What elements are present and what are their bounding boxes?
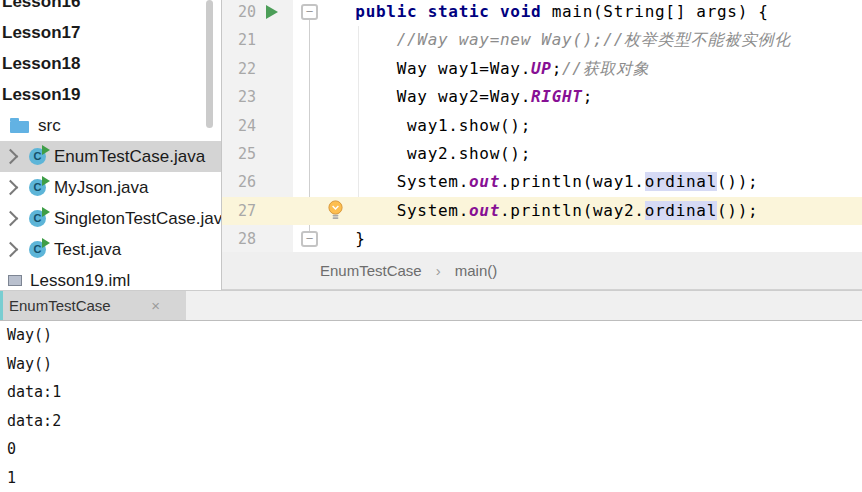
run-gutter-icon[interactable]	[266, 5, 278, 19]
project-tree-panel: Lesson16Lesson17Lesson18Lesson19srcCEnum…	[0, 0, 221, 290]
ide-window: Lesson16Lesson17Lesson18Lesson19srcCEnum…	[0, 0, 862, 492]
fold-marker-icon[interactable]: −	[301, 4, 318, 20]
code-text[interactable]: System.out.println(way1.ordinal());	[314, 168, 758, 196]
tree-scrollbar-thumb[interactable]	[206, 0, 213, 128]
chevron-expand-icon[interactable]	[3, 149, 19, 165]
tree-item-lesson19-iml[interactable]: Lesson19.iml	[0, 265, 221, 290]
code-line-24[interactable]: 24 way1.show();	[222, 112, 862, 140]
tree-item-myjson-java[interactable]: CMyJson.java	[0, 172, 221, 203]
code-line-22[interactable]: 22 Way way1=Way.UP;//获取对象	[222, 55, 862, 83]
tree-item-label: Lesson17	[2, 23, 80, 43]
console-line: data:2	[7, 407, 862, 436]
chevron-expand-icon[interactable]	[3, 242, 19, 258]
console-line: 1	[7, 464, 862, 492]
tab-enumtestcase[interactable]: EnumTestCase ×	[0, 291, 186, 320]
tree-item-src[interactable]: src	[0, 110, 221, 141]
java-class-icon: C	[29, 241, 46, 258]
code-text[interactable]: public static void main(String[] args) {	[314, 0, 769, 26]
java-class-icon: C	[29, 210, 46, 227]
line-number[interactable]: 20	[222, 0, 256, 26]
line-number[interactable]: 22	[222, 55, 256, 83]
folder-icon	[10, 121, 29, 133]
line-number[interactable]: 25	[222, 140, 256, 168]
breadcrumb: EnumTestCase›main()	[222, 252, 862, 290]
code-text[interactable]: //Way way=new Way();//枚举类型不能被实例化	[314, 26, 791, 54]
tree-item-test-java[interactable]: CTest.java	[0, 234, 221, 265]
java-class-icon: C	[29, 148, 46, 165]
code-text[interactable]: }	[314, 225, 366, 253]
tree-item-enumtestcase-java[interactable]: CEnumTestCase.java	[0, 141, 221, 172]
tab-label: EnumTestCase	[9, 297, 111, 314]
breadcrumb-separator-icon: ›	[436, 262, 441, 279]
code-text[interactable]: way1.show();	[314, 112, 531, 140]
chevron-expand-icon[interactable]	[3, 180, 19, 196]
console-line: data:1	[7, 378, 862, 407]
tree-item-label: Test.java	[54, 240, 121, 260]
tree-item-lesson17[interactable]: Lesson17	[0, 17, 221, 48]
line-number[interactable]: 27	[222, 197, 256, 225]
code-text[interactable]: way2.show();	[314, 140, 531, 168]
tree-item-lesson19[interactable]: Lesson19	[0, 79, 221, 110]
console-line: 0	[7, 435, 862, 464]
line-number[interactable]: 23	[222, 83, 256, 111]
breadcrumb-method[interactable]: main()	[455, 262, 498, 279]
code-line-20[interactable]: 20− public static void main(String[] arg…	[222, 0, 862, 26]
code-line-21[interactable]: 21 //Way way=new Way();//枚举类型不能被实例化	[222, 26, 862, 54]
module-file-icon	[8, 275, 22, 286]
code-line-28[interactable]: 28− }	[222, 225, 862, 253]
run-console-panel: EnumTestCase × Way()Way()data:1data:201	[0, 290, 862, 492]
tree-item-label: src	[38, 116, 61, 136]
line-number[interactable]: 26	[222, 168, 256, 196]
console-output[interactable]: Way()Way()data:1data:201	[0, 321, 862, 492]
code-text[interactable]: Way way1=Way.UP;//获取对象	[314, 55, 649, 83]
code-text[interactable]: Way way2=Way.RIGHT;	[314, 83, 593, 111]
code-line-25[interactable]: 25 way2.show();	[222, 140, 862, 168]
code-text[interactable]: System.out.println(way2.ordinal());	[314, 197, 758, 225]
line-number[interactable]: 28	[222, 225, 256, 253]
fold-marker-icon[interactable]: −	[301, 231, 318, 247]
close-icon[interactable]: ×	[151, 297, 160, 314]
tree-item-label: Lesson16	[2, 0, 80, 12]
console-line: Way()	[7, 321, 862, 350]
tree-item-label: MyJson.java	[54, 178, 148, 198]
code-line-23[interactable]: 23 Way way2=Way.RIGHT;	[222, 83, 862, 111]
run-tab-bar: EnumTestCase ×	[0, 290, 862, 321]
code-line-26[interactable]: 26 System.out.println(way1.ordinal());	[222, 168, 862, 196]
tree-item-label: Lesson19	[2, 85, 80, 105]
tree-item-label: Lesson18	[2, 54, 80, 74]
project-tree: Lesson16Lesson17Lesson18Lesson19srcCEnum…	[0, 0, 221, 290]
intention-bulb-icon[interactable]	[328, 200, 343, 221]
breadcrumb-class[interactable]: EnumTestCase	[320, 262, 422, 279]
tree-item-singletontestcase-java[interactable]: CSingletonTestCase.java	[0, 203, 221, 234]
tree-item-lesson16[interactable]: Lesson16	[0, 0, 221, 17]
code-line-27[interactable]: 27 System.out.println(way2.ordinal());	[222, 197, 862, 225]
console-tab-accent-icon	[0, 291, 3, 320]
tree-item-label: SingletonTestCase.java	[54, 209, 221, 229]
console-line: Way()	[7, 350, 862, 379]
code-lines[interactable]: 20− public static void main(String[] arg…	[222, 0, 862, 254]
line-number[interactable]: 21	[222, 26, 256, 54]
tree-item-lesson18[interactable]: Lesson18	[0, 48, 221, 79]
tree-item-label: Lesson19.iml	[30, 271, 130, 291]
editor-panel: 20− public static void main(String[] arg…	[221, 0, 862, 290]
tree-item-label: EnumTestCase.java	[54, 147, 205, 167]
java-class-icon: C	[29, 179, 46, 196]
chevron-expand-icon[interactable]	[3, 211, 19, 227]
line-number[interactable]: 24	[222, 112, 256, 140]
